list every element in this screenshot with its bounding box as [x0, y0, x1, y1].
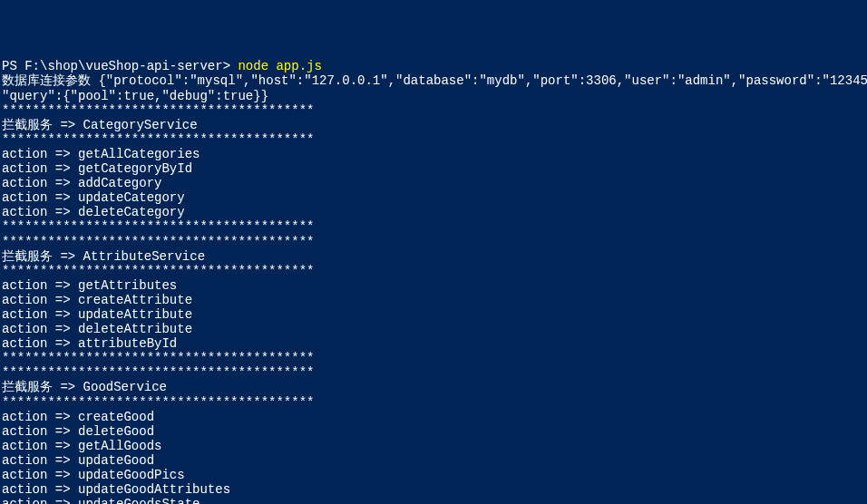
- output-line: action => getAllGoods: [2, 439, 865, 453]
- output-line: 拦截服务 => GoodService: [2, 380, 865, 394]
- output-line: action => attributeById: [2, 336, 865, 351]
- output-line: ****************************************…: [2, 219, 865, 234]
- terminal-output[interactable]: PS F:\shop\vueShop-api-server> node app.…: [2, 59, 865, 504]
- command-text: node app.js: [238, 59, 321, 73]
- output-line: action => createAttribute: [2, 293, 865, 307]
- output-line: action => getAttributes: [2, 278, 865, 293]
- output-line: "query":{"pool":true,"debug":true}}: [2, 89, 865, 103]
- output-line: action => deleteGood: [2, 424, 865, 439]
- output-line: action => addCategory: [2, 176, 865, 190]
- output-line: action => updateGoodAttributes: [2, 482, 865, 497]
- shell-prompt: PS F:\shop\vueShop-api-server>: [2, 59, 238, 73]
- output-line: 拦截服务 => AttributeService: [2, 249, 865, 264]
- output-line: ****************************************…: [2, 235, 865, 249]
- output-line: action => updateGood: [2, 453, 865, 468]
- output-line: 拦截服务 => CategoryService: [2, 118, 865, 132]
- output-line: action => deleteCategory: [2, 205, 865, 219]
- output-line: action => updateAttribute: [2, 307, 865, 322]
- output-line: action => updateGoodPics: [2, 468, 865, 482]
- output-line: action => updateGoodsState: [2, 497, 865, 504]
- output-line: ****************************************…: [2, 103, 865, 118]
- output-line: ****************************************…: [2, 351, 865, 365]
- output-line: action => getAllCategories: [2, 147, 865, 161]
- output-line: action => createGood: [2, 410, 865, 424]
- output-line: ****************************************…: [2, 132, 865, 147]
- output-line: ****************************************…: [2, 365, 865, 380]
- prompt-line: PS F:\shop\vueShop-api-server> node app.…: [2, 59, 865, 73]
- output-line: ****************************************…: [2, 395, 865, 410]
- output-line: 数据库连接参数 {"protocol":"mysql","host":"127.…: [2, 73, 865, 88]
- output-line: action => updateCategory: [2, 190, 865, 205]
- output-line: action => deleteAttribute: [2, 322, 865, 336]
- output-line: ****************************************…: [2, 264, 865, 278]
- output-line: action => getCategoryById: [2, 161, 865, 176]
